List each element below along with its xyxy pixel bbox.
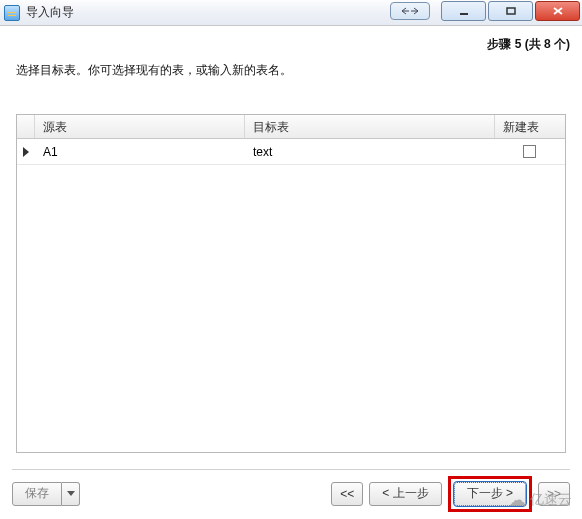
save-dropdown-button[interactable] [62, 482, 80, 506]
title-bar: 导入向导 [0, 0, 582, 26]
prev-button[interactable]: < 上一步 [369, 482, 441, 506]
save-button[interactable]: 保存 [12, 482, 62, 506]
header-new-table[interactable]: 新建表 [495, 115, 565, 138]
app-icon [4, 5, 20, 21]
close-button[interactable] [535, 1, 580, 21]
table-row[interactable]: A1 text [17, 139, 565, 165]
client-area: 步骤 5 (共 8 个) 选择目标表。你可选择现有的表，或输入新的表名。 源表 … [2, 26, 580, 517]
svg-rect-1 [507, 8, 515, 14]
table-mapping-grid: 源表 目标表 新建表 A1 text [16, 114, 566, 453]
resize-arrows-icon [401, 6, 419, 16]
maximize-icon [505, 6, 517, 16]
header-marker [17, 115, 35, 138]
save-button-group: 保存 [12, 482, 80, 506]
first-button[interactable]: << [331, 482, 363, 506]
window-title: 导入向导 [26, 4, 74, 21]
nav-button-group: << < 上一步 下一步 > >> [331, 476, 570, 512]
close-icon [552, 6, 564, 16]
wizard-button-bar: 保存 << < 上一步 下一步 > >> [12, 469, 570, 507]
header-source[interactable]: 源表 [35, 115, 245, 138]
current-row-marker [17, 147, 35, 157]
instruction-text: 选择目标表。你可选择现有的表，或输入新的表名。 [16, 62, 292, 79]
maximize-button[interactable] [488, 1, 533, 21]
header-target[interactable]: 目标表 [245, 115, 495, 138]
window-controls [441, 1, 580, 21]
resize-handle-button[interactable] [390, 2, 430, 20]
chevron-down-icon [67, 491, 75, 496]
cell-source[interactable]: A1 [35, 141, 245, 163]
next-highlight: 下一步 > [448, 476, 532, 512]
row-pointer-icon [23, 147, 29, 157]
next-button[interactable]: 下一步 > [454, 482, 526, 506]
cell-new-table [495, 139, 565, 164]
step-indicator: 步骤 5 (共 8 个) [487, 36, 570, 53]
table-header-row: 源表 目标表 新建表 [17, 115, 565, 139]
minimize-button[interactable] [441, 1, 486, 21]
new-table-checkbox[interactable] [523, 145, 536, 158]
cell-target[interactable]: text [245, 141, 495, 163]
last-button[interactable]: >> [538, 482, 570, 506]
minimize-icon [458, 6, 470, 16]
